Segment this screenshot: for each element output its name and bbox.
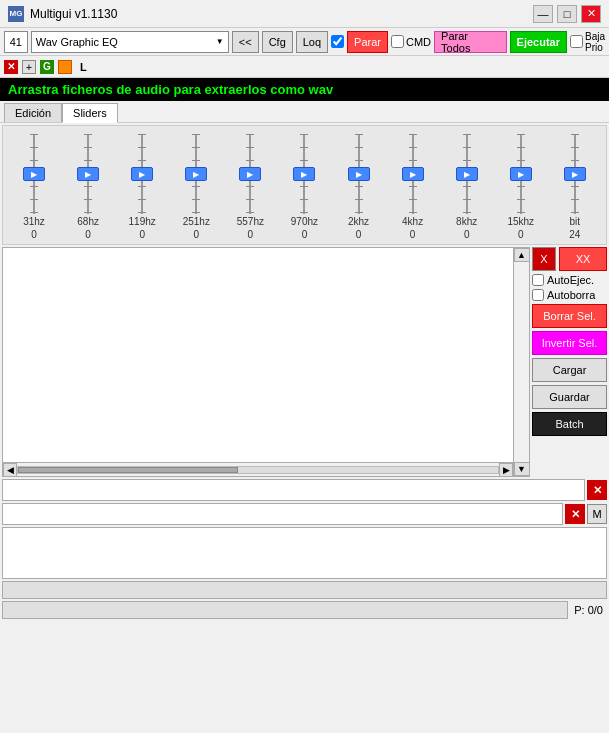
slider-251hz[interactable] <box>184 134 208 214</box>
slider-8khz[interactable] <box>455 134 479 214</box>
slider-31hz[interactable] <box>22 134 46 214</box>
band-value-label: 24 <box>569 229 580 240</box>
slider-mark <box>355 147 363 148</box>
slider-thumb-31hz[interactable] <box>23 167 45 181</box>
scrollbar-x[interactable]: ◀ ▶ <box>3 462 513 476</box>
slider-119hz[interactable] <box>130 134 154 214</box>
slider-thumb-119hz[interactable] <box>131 167 153 181</box>
slider-15khz[interactable] <box>509 134 533 214</box>
back-button[interactable]: << <box>232 31 259 53</box>
eq-band-119hz: 119hz0 <box>120 134 164 240</box>
x-button[interactable]: X <box>532 247 556 271</box>
cfg-button[interactable]: Cfg <box>262 31 293 53</box>
slider-thumb-bit[interactable] <box>564 167 586 181</box>
slider-mark <box>571 199 579 200</box>
slider-mark <box>409 199 417 200</box>
slider-mark <box>300 134 308 135</box>
eq-band-970hz: 970hz0 <box>282 134 326 240</box>
log-checkbox[interactable] <box>331 35 344 48</box>
parar-todos-button[interactable]: Parar Todos <box>434 31 506 53</box>
band-freq-label: 15khz <box>507 216 534 227</box>
slider-2khz[interactable] <box>347 134 371 214</box>
slider-mark <box>300 147 308 148</box>
slider-bit[interactable] <box>563 134 587 214</box>
tab-edicion[interactable]: Edición <box>4 103 62 122</box>
scroll-up-arrow[interactable]: ▲ <box>514 248 530 262</box>
file-list[interactable]: ◀ ▶ ▲ ▼ <box>2 247 530 477</box>
band-freq-label: 8khz <box>456 216 477 227</box>
slider-thumb-251hz[interactable] <box>185 167 207 181</box>
window-controls: — □ ✕ <box>533 5 601 23</box>
slider-4khz[interactable] <box>401 134 425 214</box>
bottom-section: ✕ ✕ M P: 0/0 <box>2 479 607 619</box>
eq-band-557hz: 557hz0 <box>228 134 272 240</box>
slider-thumb-557hz[interactable] <box>239 167 261 181</box>
scroll-left-arrow[interactable]: ◀ <box>3 463 17 477</box>
slider-mark <box>409 134 417 135</box>
slider-thumb-4khz[interactable] <box>402 167 424 181</box>
slider-mark <box>571 186 579 187</box>
slider-970hz[interactable] <box>292 134 316 214</box>
minimize-button[interactable]: — <box>533 5 553 23</box>
parar-button[interactable]: Parar <box>347 31 388 53</box>
tab-sliders[interactable]: Sliders <box>62 103 118 123</box>
m-button[interactable]: M <box>587 504 607 524</box>
slider-thumb-8khz[interactable] <box>456 167 478 181</box>
slider-thumb-68hz[interactable] <box>77 167 99 181</box>
slider-mark <box>192 186 200 187</box>
cmd-checkbox[interactable] <box>391 35 404 48</box>
progress-bar-2 <box>2 601 568 619</box>
guardar-button[interactable]: Guardar <box>532 385 607 409</box>
side-buttons-panel: X XX AutoEjec. Autoborra Borrar Sel. Inv… <box>532 247 607 477</box>
scrollbar-y[interactable]: ▲ ▼ <box>513 248 529 476</box>
slider-thumb-2khz[interactable] <box>348 167 370 181</box>
bottom-bar-1 <box>2 581 607 599</box>
cargar-button[interactable]: Cargar <box>532 358 607 382</box>
scrollbar-thumb-x[interactable] <box>18 467 238 473</box>
slider-mark <box>192 160 200 161</box>
plus-icon[interactable]: + <box>22 60 36 74</box>
slider-mark <box>138 199 146 200</box>
invertir-sel-button[interactable]: Invertir Sel. <box>532 331 607 355</box>
scroll-right-arrow[interactable]: ▶ <box>499 463 513 477</box>
slider-mark <box>138 186 146 187</box>
band-freq-label: 68hz <box>77 216 99 227</box>
slider-mark <box>30 160 38 161</box>
slider-mark <box>571 160 579 161</box>
band-freq-label: 2khz <box>348 216 369 227</box>
slider-68hz[interactable] <box>76 134 100 214</box>
scroll-down-arrow[interactable]: ▼ <box>514 462 530 476</box>
baja-prio-checkbox[interactable] <box>570 35 583 48</box>
slider-mark <box>30 147 38 148</box>
borrar-sel-button[interactable]: Borrar Sel. <box>532 304 607 328</box>
log-button[interactable]: Loq <box>296 31 328 53</box>
slider-thumb-15khz[interactable] <box>510 167 532 181</box>
output-text-area[interactable] <box>2 527 607 579</box>
tabs-bar: Edición Sliders <box>0 101 609 123</box>
band-value-label: 0 <box>518 229 524 240</box>
eq-banner: Arrastra ficheros de audio para extraerl… <box>0 78 609 101</box>
ejecutar-button[interactable]: Ejecutar <box>510 31 567 53</box>
batch-button[interactable]: Batch <box>532 412 607 436</box>
bottom-input-1[interactable] <box>2 479 585 501</box>
g-icon[interactable]: G <box>40 60 54 74</box>
bottom-input-2[interactable] <box>2 503 563 525</box>
maximize-button[interactable]: □ <box>557 5 577 23</box>
autoborra-checkbox[interactable] <box>532 289 544 301</box>
slider-557hz[interactable] <box>238 134 262 214</box>
slider-mark <box>355 134 363 135</box>
close-button[interactable]: ✕ <box>581 5 601 23</box>
slider-mark <box>517 160 525 161</box>
xx-button[interactable]: XX <box>559 247 607 271</box>
red-x-icon[interactable]: ✕ <box>4 60 18 74</box>
slider-mark <box>30 199 38 200</box>
scrollbar-track-x[interactable] <box>17 466 499 474</box>
slider-mark <box>517 134 525 135</box>
autoejec-checkbox[interactable] <box>532 274 544 286</box>
clear-input1-button[interactable]: ✕ <box>587 480 607 500</box>
band-freq-label: 119hz <box>129 216 156 227</box>
slider-thumb-970hz[interactable] <box>293 167 315 181</box>
slider-mark <box>409 147 417 148</box>
clear-input2-button[interactable]: ✕ <box>565 504 585 524</box>
preset-dropdown[interactable]: Wav Graphic EQ <box>31 31 229 53</box>
